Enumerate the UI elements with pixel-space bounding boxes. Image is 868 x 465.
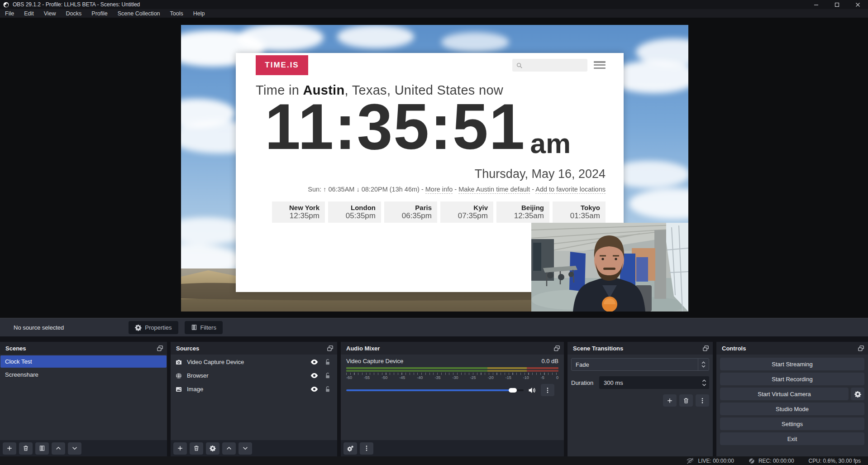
source-row-video-capture[interactable]: Video Capture Device [171,356,337,368]
sources-toolbar [171,440,337,456]
start-virtual-camera-button[interactable]: Start Virtual Camera [720,388,849,400]
mixer-channel: Video Capture Device 0.0 dB -60-55-50-45… [341,355,564,440]
source-row-image[interactable]: Image [171,383,337,395]
popout-icon[interactable] [327,345,334,352]
source-properties-button[interactable] [206,442,219,455]
studio-mode-button[interactable]: Studio Mode [720,403,864,415]
minimize-button[interactable] [806,0,826,9]
filters-button[interactable]: Filters [185,321,223,334]
scene-item-clock-test[interactable]: Clock Test [0,355,167,368]
menu-bar: File Edit View Docks Profile Scene Colle… [0,9,868,18]
volume-slider[interactable] [346,389,524,391]
filter-icon [191,324,197,331]
transitions-dock-header: Scene Transitions [568,342,713,355]
clock-meridiem: am [530,128,571,159]
webcam-video[interactable] [531,223,688,312]
city-card-beijing[interactable]: Beijing12:35am [496,201,549,223]
city-card-new-york[interactable]: New York12:35pm [272,201,325,223]
scene-filters-button[interactable] [35,442,49,455]
start-recording-button[interactable]: Start Recording [720,373,864,385]
close-button[interactable] [847,0,868,9]
sources-list: Video Capture Device Browser [171,355,337,440]
obs-logo-icon [3,2,9,8]
menu-profile[interactable]: Profile [86,9,112,18]
advanced-audio-gear-icon[interactable] [343,442,357,455]
volume-slider-handle[interactable] [509,388,517,393]
search-input[interactable] [512,59,587,72]
visibility-eye-icon[interactable] [310,359,318,365]
city-card-tokyo[interactable]: Tokyo01:35am [553,201,606,223]
record-inactive-icon [749,458,755,464]
menu-file[interactable]: File [0,9,19,18]
source-context-bar: No source selected Properties Filters [0,318,868,336]
scene-transitions-dock: Scene Transitions Fade Duration 300 ms [568,342,713,456]
lock-icon[interactable] [324,386,331,393]
scenes-dock: Scenes Clock Test Screenshare [0,342,167,456]
scene-item-screenshare[interactable]: Screenshare [0,369,167,381]
city-card-london[interactable]: London05:35pm [328,201,381,223]
source-row-browser[interactable]: Browser [171,369,337,382]
remove-transition-button[interactable] [679,394,693,407]
popout-icon[interactable] [553,345,560,352]
menu-edit[interactable]: Edit [19,9,39,18]
menu-help[interactable]: Help [188,9,210,18]
city-card-paris[interactable]: Paris06:35pm [384,201,437,223]
scenes-dock-title: Scenes [5,345,26,352]
hamburger-menu-icon[interactable] [594,61,606,69]
lock-icon[interactable] [324,372,331,379]
properties-button[interactable]: Properties [129,321,178,334]
meter-scale-labels: -60-55-50-45-40-35-30-25-20-15-10-50 [346,375,558,380]
scenes-list: Clock Test Screenshare [0,355,167,440]
start-streaming-button[interactable]: Start Streaming [720,358,864,370]
visibility-eye-icon[interactable] [310,373,318,379]
gear-icon [135,324,142,331]
virtual-camera-config-button[interactable] [851,388,864,400]
maximize-button[interactable] [826,0,847,9]
settings-button[interactable]: Settings [720,417,864,430]
mixer-kebab-menu-button[interactable] [541,384,554,396]
sources-dock-title: Sources [176,345,199,352]
controls-dock-header: Controls [716,342,868,355]
transition-kebab-menu-button[interactable] [696,394,709,407]
move-source-up-button[interactable] [222,442,236,455]
sources-dock: Sources Video Capture Device [171,342,337,456]
add-scene-button[interactable] [3,442,16,455]
visibility-eye-icon[interactable] [310,386,318,392]
exit-button[interactable]: Exit [720,432,864,445]
scene-canvas[interactable]: TIME.IS Time in Austin, Texas, United St… [181,25,688,312]
menu-scene-collection[interactable]: Scene Collection [113,9,165,18]
move-source-down-button[interactable] [238,442,252,455]
more-info-link[interactable]: More info [425,186,453,194]
remove-scene-button[interactable] [19,442,33,455]
transition-select[interactable]: Fade [571,358,709,371]
popout-icon[interactable] [858,345,864,352]
transitions-panel: Fade Duration 300 ms [568,355,713,456]
menu-tools[interactable]: Tools [165,9,188,18]
popout-icon[interactable] [702,345,709,352]
move-scene-down-button[interactable] [68,442,81,455]
remove-source-button[interactable] [190,442,203,455]
audio-mixer-dock-title: Audio Mixer [346,345,380,352]
duration-spinbox[interactable]: 300 ms [599,376,709,389]
city-card-kyiv[interactable]: Kyiv07:35pm [440,201,493,223]
add-favorite-link[interactable]: Add to favorite locations [535,186,606,194]
rec-timer: REC: 00:00:00 [758,458,794,464]
add-source-button[interactable] [173,442,187,455]
spinner-arrows-icon[interactable] [702,376,706,389]
speaker-icon[interactable] [528,387,536,394]
controls-dock: Controls Start Streaming Start Recording… [716,342,868,456]
sun-info-line: Sun: ↑ 06:35AM ↓ 08:20PM (13h 46m) - Mor… [308,186,606,193]
popout-icon[interactable] [157,345,163,352]
image-icon [175,386,183,393]
menu-docks[interactable]: Docks [61,9,87,18]
preview-area: TIME.IS Time in Austin, Texas, United St… [0,18,868,318]
controls-panel: Start Streaming Start Recording Start Vi… [716,355,868,456]
menu-view[interactable]: View [39,9,61,18]
add-transition-button[interactable] [663,394,677,407]
timeis-logo[interactable]: TIME.IS [256,55,308,75]
world-clock-row: New York12:35pm London05:35pm Paris06:35… [272,201,606,223]
mixer-menu-kebab-button[interactable] [360,442,373,455]
make-default-link[interactable]: Make Austin time default [458,186,530,194]
lock-icon[interactable] [324,359,331,365]
move-scene-up-button[interactable] [52,442,65,455]
